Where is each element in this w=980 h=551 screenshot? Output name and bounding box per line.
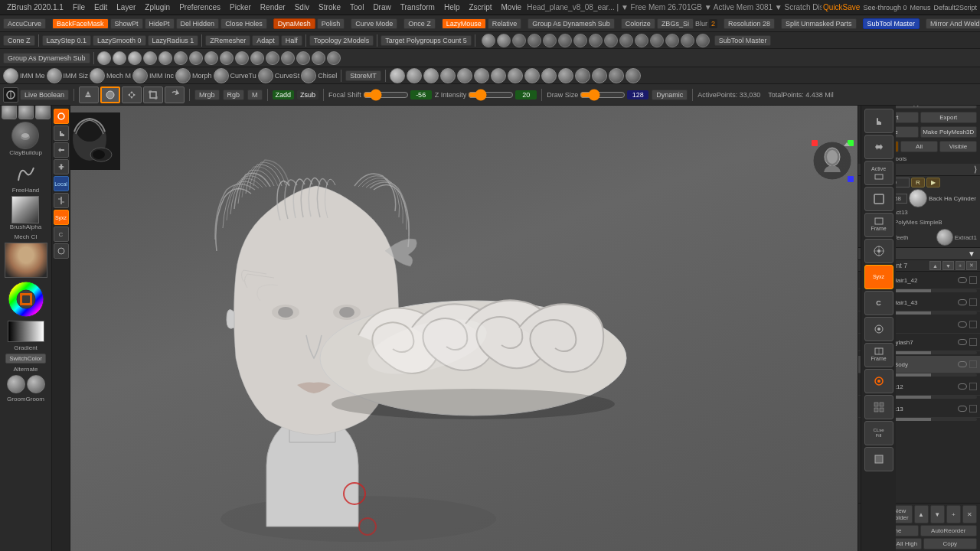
menu-render[interactable]: Render bbox=[256, 2, 289, 12]
brush-icon-7[interactable] bbox=[573, 34, 587, 47]
vp-arrow-btn[interactable] bbox=[54, 142, 69, 158]
brush-thumb-13[interactable] bbox=[281, 51, 295, 65]
rbr13[interactable] bbox=[592, 68, 607, 83]
subtool-lock-backhair43[interactable] bbox=[969, 298, 977, 306]
x-btn2[interactable]: ✕ bbox=[962, 505, 977, 523]
menu-layer[interactable]: Layer bbox=[113, 2, 139, 12]
vp-syxz-btn[interactable]: Syxz bbox=[54, 210, 69, 225]
del-hidden-btn[interactable]: Del Hidden bbox=[176, 18, 220, 29]
rbr14[interactable] bbox=[609, 68, 624, 83]
draw-size-value[interactable]: 128 bbox=[627, 90, 648, 99]
menu-sdiv[interactable]: Sdiv bbox=[291, 2, 313, 12]
side-rect-btn[interactable] bbox=[864, 187, 893, 211]
lightbox-icon[interactable] bbox=[3, 87, 18, 103]
adapt-btn[interactable]: Adapt bbox=[252, 35, 279, 46]
all-btn[interactable]: All bbox=[900, 141, 938, 152]
quicksave-btn[interactable]: QuickSave bbox=[823, 3, 860, 11]
sple-expand-icon[interactable]: ⟩ bbox=[974, 165, 977, 174]
brush-icon-6[interactable] bbox=[558, 34, 572, 47]
brush7-icon[interactable] bbox=[258, 68, 273, 83]
side-frame-btn[interactable]: Frame bbox=[864, 213, 893, 237]
brush-thumb-8[interactable] bbox=[204, 51, 218, 65]
brush-thumb-16[interactable] bbox=[327, 51, 341, 65]
rbr4[interactable] bbox=[440, 68, 456, 83]
hidept-btn[interactable]: HidePt bbox=[145, 18, 175, 29]
focal-shift-slider[interactable] bbox=[363, 91, 409, 99]
subtool-eye-teeth[interactable] bbox=[958, 321, 967, 328]
brush-icon-1[interactable] bbox=[482, 34, 495, 47]
zsub-val[interactable]: Zsub bbox=[297, 90, 318, 99]
lazy-smooth-btn[interactable]: LazySmooth 0 bbox=[93, 35, 146, 46]
rbr11[interactable] bbox=[558, 68, 573, 83]
subtool-lock-teeth[interactable] bbox=[969, 321, 977, 328]
brush8-icon[interactable] bbox=[301, 68, 316, 83]
subtool-eye-upperbody[interactable] bbox=[958, 361, 967, 367]
brush-icon-12[interactable] bbox=[650, 34, 664, 47]
target-polygroups-btn[interactable]: Target Polygroups Count 5 bbox=[381, 35, 472, 46]
copy-btn[interactable]: Copy bbox=[923, 538, 978, 549]
all-high-btn[interactable]: All High bbox=[892, 538, 921, 549]
dynasub-up-btn[interactable]: ▲ bbox=[929, 261, 941, 270]
vp-c-btn[interactable]: C bbox=[54, 227, 69, 242]
colorize-btn[interactable]: Colorize bbox=[621, 18, 655, 29]
menus-btn[interactable]: Menus bbox=[910, 4, 930, 11]
extract1-arrow-btn[interactable]: ▶ bbox=[926, 178, 940, 187]
camera-gizmo[interactable] bbox=[812, 140, 854, 182]
sub-brush3[interactable] bbox=[35, 104, 51, 119]
viewport[interactable] bbox=[52, 106, 896, 551]
move-icon[interactable] bbox=[122, 86, 142, 103]
subtool-master-btn[interactable]: SubTool Master bbox=[863, 18, 920, 29]
brush-thumb-3[interactable] bbox=[128, 51, 142, 65]
brush-thumb-10[interactable] bbox=[235, 51, 249, 65]
edit-icon[interactable] bbox=[79, 86, 99, 103]
rbr1[interactable] bbox=[390, 68, 405, 83]
brush-thumb-15[interactable] bbox=[312, 51, 325, 65]
rbr15[interactable] bbox=[626, 68, 641, 83]
rgb-btn[interactable]: Rgb bbox=[223, 90, 245, 100]
group-as2-btn[interactable]: Group As Dynamesh Sub bbox=[3, 53, 90, 64]
dynamesh-btn[interactable]: DynaMesh bbox=[273, 18, 315, 29]
subtool-eye-thickeylash[interactable] bbox=[958, 339, 967, 345]
rbr7[interactable] bbox=[491, 68, 506, 83]
brush-icon-10[interactable] bbox=[619, 34, 633, 47]
side-grid-btn[interactable] bbox=[864, 395, 893, 419]
plus-btn2[interactable]: + bbox=[946, 505, 961, 523]
z-intensity-slider[interactable] bbox=[468, 91, 514, 99]
side-c-btn[interactable]: C bbox=[864, 291, 893, 315]
draw-icon[interactable] bbox=[100, 86, 120, 103]
side-hand-btn1[interactable] bbox=[864, 109, 893, 133]
rbr8[interactable] bbox=[508, 68, 523, 83]
sub-brush2[interactable] bbox=[18, 104, 34, 119]
topology-2models-btn[interactable]: Topology 2Models bbox=[309, 35, 374, 46]
brush-alpha-icon[interactable] bbox=[11, 196, 39, 223]
z-intensity-value[interactable]: 20 bbox=[515, 90, 537, 99]
rbr10[interactable] bbox=[541, 68, 557, 83]
relative-btn[interactable]: Relative bbox=[488, 18, 522, 29]
freehand-icon[interactable] bbox=[12, 159, 40, 187]
blur-val[interactable]: 2 bbox=[709, 19, 717, 28]
subtool-lock-backhair42[interactable] bbox=[969, 276, 977, 284]
subtool-eye-backhair43[interactable] bbox=[958, 299, 967, 305]
brush-alpha-tool[interactable]: BrushAlpha bbox=[10, 196, 41, 231]
default-script-btn[interactable]: Default2Script bbox=[933, 4, 977, 11]
half-btn[interactable]: Half bbox=[281, 35, 302, 46]
brush-icon-4[interactable] bbox=[528, 34, 541, 47]
vp-draw-btn[interactable] bbox=[54, 109, 69, 124]
once-z-btn[interactable]: Once Z bbox=[403, 18, 436, 29]
accucurve-btn[interactable]: AccuCurve bbox=[3, 18, 46, 29]
menu-picker[interactable]: Picker bbox=[226, 2, 255, 12]
brush-icon-3[interactable] bbox=[512, 34, 526, 47]
menu-tool[interactable]: Tool bbox=[346, 2, 368, 12]
group-as-btn[interactable]: Group As Dynamesh Sub bbox=[528, 18, 615, 29]
menu-draw[interactable]: Draw bbox=[369, 2, 394, 12]
color-wheel[interactable] bbox=[7, 280, 45, 318]
side-frame2-btn[interactable]: Frame bbox=[864, 343, 893, 367]
draw-size-slider[interactable] bbox=[580, 91, 626, 99]
side-target-btn[interactable] bbox=[864, 239, 893, 263]
brush-thumb-6[interactable] bbox=[174, 51, 188, 65]
menu-transform[interactable]: Transform bbox=[397, 2, 439, 12]
brush-thumb-12[interactable] bbox=[266, 51, 279, 65]
groom-icon2[interactable] bbox=[27, 375, 45, 393]
brush-icon-8[interactable] bbox=[589, 34, 603, 47]
backface-btn[interactable]: BackFaceMask bbox=[52, 18, 109, 29]
